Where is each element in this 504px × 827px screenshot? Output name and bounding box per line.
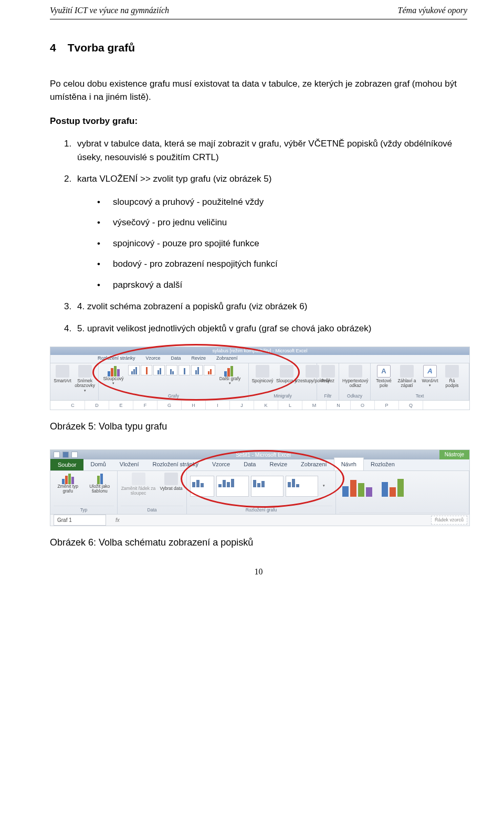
list-item-text: 4. zvolit schéma zobrazení a popisků gra… [77,301,307,311]
heading-text: Tvorba grafů [68,41,135,54]
ribbon-group-text: ATextové pole Záhlaví a zápatí AWordArt▾… [371,363,469,400]
list-item-text: sloupcový a pruhový - použitelné vždy [113,197,264,207]
list-item: vybrat v tabulce data, která se mají zob… [74,137,467,164]
file-tab[interactable]: Soubor [50,459,83,471]
header-left: Využití ICT ve výuce na gymnáziích [50,4,169,17]
textbox-button[interactable]: ATextové pole [374,365,394,389]
column-header[interactable]: M [302,401,327,410]
column-header[interactable]: H [182,401,206,410]
fx-label[interactable]: fx [116,516,120,524]
tab[interactable]: Rozložen [364,458,402,471]
ribbon-group-type: Změnit typ grafu Uložit jako šablonu Typ [50,471,118,514]
tab[interactable]: Vložení [113,458,146,471]
sublist: sloupcový a pruhový - použitelné vždy vý… [77,195,467,292]
figure-5-caption: Obrázek 5: Volba typu grafu [50,420,467,434]
column-header[interactable]: P [375,401,399,410]
list-item: 5. upravit velikost jednotlivých objektů… [74,322,467,336]
column-header[interactable]: G [158,401,182,410]
list-item: karta VLOŽENÍ >> zvolit typ grafu (viz o… [74,172,467,291]
textbox-icon: A [377,365,391,378]
list-item-text: bodový - pro zobrazení nespojitých funkc… [113,259,278,269]
group-label: Odkazy [342,392,367,400]
group-label [54,399,95,400]
group-label: Typ [54,506,114,514]
chart-icon [62,473,74,484]
column-header[interactable]: I [206,401,230,410]
screenshot-icon [78,365,92,378]
smartart-icon [56,365,69,378]
column-header[interactable]: F [133,401,158,410]
qat-button[interactable] [62,452,69,458]
switch-icon [132,473,145,485]
select-data-button[interactable]: Vybrat data [159,473,183,491]
list-item: sloupcový a pruhový - použitelné vždy [97,195,467,209]
group-label: Filtr [320,392,335,400]
column-header[interactable]: N [327,401,351,410]
highlight-ellipse [181,450,344,508]
column-header[interactable]: L [278,401,302,410]
button-label: Vybrat data [160,486,182,491]
list-item-text: vybrat v tabulce data, která se mají zob… [77,139,452,162]
list-item: 4. zvolit schéma zobrazení a popisků gra… [74,300,467,313]
list-item: paprskový a další [97,278,467,292]
intro-paragraph: Po celou dobu existence grafu musí exist… [50,77,467,104]
group-label [339,512,466,514]
column-header[interactable]: D [85,401,109,410]
chart-style-button[interactable] [339,478,375,497]
save-template-button[interactable]: Uložit jako šablonu [86,473,114,494]
ribbon-group-illustrations: SmartArt Snímek obrazovky▾ [50,363,99,400]
figure-5-screenshot: sylabus [režim kompatibility] - Microsof… [50,347,470,410]
column-header[interactable]: E [109,401,133,410]
chart-style-button[interactable] [379,478,407,497]
procedure-list: vybrat v tabulce data, která se mají zob… [50,137,467,335]
hyperlink-icon [349,365,362,378]
hyperlink-button[interactable]: Hypertextový odkaz [342,365,369,389]
button-label: Zaměnit řádek za sloupec [121,486,156,496]
list-item: výsečový - pro jednu veličinu [97,216,467,229]
signature-icon [445,365,459,378]
column-header[interactable]: O [351,401,375,410]
tab[interactable]: Domů [83,458,112,471]
screenshot-button[interactable]: Snímek obrazovky▾ [75,365,95,392]
change-chart-type-button[interactable]: Změnit typ grafu [54,473,82,494]
list-item-text: výsečový - pro jednu veličinu [113,217,227,227]
column-header[interactable]: K [254,401,278,410]
ribbon-group-chart-styles [336,471,469,514]
list-item: bodový - pro zobrazení nespojitých funkc… [97,257,467,271]
wordart-button[interactable]: AWordArt▾ [420,365,440,388]
select-data-icon [164,473,178,485]
name-box[interactable]: Graf 1 [54,515,106,526]
switch-row-column-button[interactable]: Zaměnit řádek za sloupec [121,473,156,496]
chevron-down-icon: ▾ [429,383,431,388]
slicer-icon [321,365,335,378]
group-label: Text [374,392,466,400]
column-header[interactable]: J [230,401,254,410]
header-footer-button[interactable]: Záhlaví a zápatí [397,365,417,389]
button-label: WordArt [422,379,438,383]
smartart-button[interactable]: SmartArt [54,365,71,383]
figure-6-caption: Obrázek 6: Volba schématu zobrazení a po… [50,536,467,550]
figure-6-screenshot: Sešit1 - Microsoft Excel Nástroje Soubor… [50,449,470,526]
qat-button[interactable] [54,452,60,458]
qat-button[interactable] [71,452,78,458]
wordart-icon: A [423,365,437,378]
button-label: Snímek obrazovky [75,379,95,389]
signature-button[interactable]: Řá podpis [443,365,461,389]
page-number: 10 [50,566,467,578]
button-label: Změnit typ grafu [54,484,82,494]
column-headers: C D E F G H I J K L M N O P Q [50,400,469,410]
button-label: Průřez [321,379,334,383]
list-item-text: karta VLOŽENÍ >> zvolit typ grafu (viz o… [77,174,271,184]
ribbon-group-filter: Průřez Filtr [317,363,339,400]
column-header[interactable]: C [61,401,85,410]
button-label: Záhlaví a zápatí [397,379,417,389]
ribbon-group-links: Hypertextový odkaz Odkazy [339,363,371,400]
contextual-tab-label: Nástroje [439,450,469,459]
list-item-text: 5. upravit velikost jednotlivých objektů… [77,323,371,333]
slicer-button[interactable]: Průřez [320,365,335,383]
column-header[interactable]: Q [399,401,423,410]
header-right: Téma výukové opory [398,4,467,17]
list-item-text: paprskový a další [113,280,182,290]
formula-bar-hint: Řádek vzorců [431,516,467,525]
quick-access-toolbar [50,452,87,458]
